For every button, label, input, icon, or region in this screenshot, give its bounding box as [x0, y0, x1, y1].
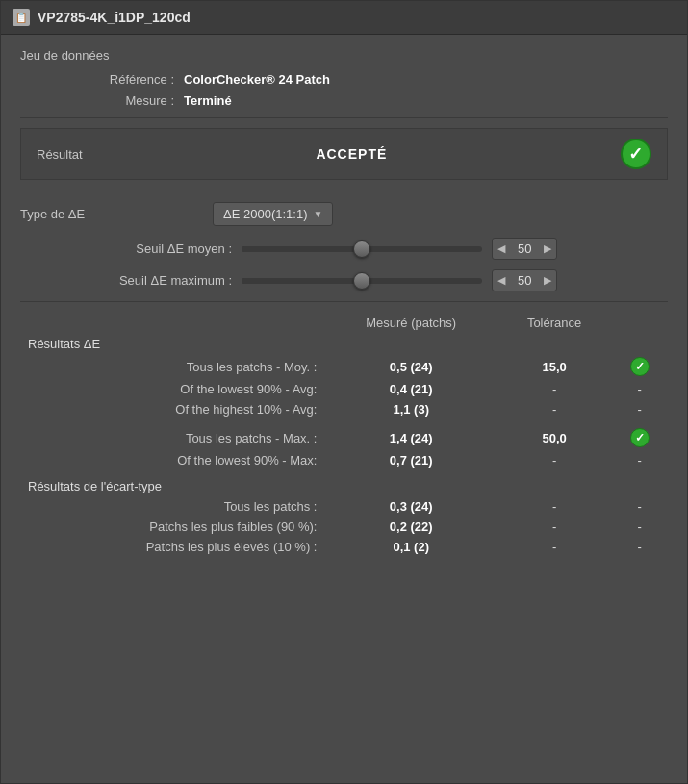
mean-slider-fill	[242, 246, 362, 252]
table-row: Of the lowest 90% - Avg: 0,4 (21) - -	[20, 379, 668, 399]
results-table: Mesuré (patchs) Tolérance Résultats ΔE T…	[20, 312, 668, 557]
row-status: -	[611, 517, 668, 537]
mean-slider-row: Seuil ΔE moyen : ◀ 50 ▶	[20, 238, 668, 260]
row-label: Patchs les plus faibles (90 %):	[20, 517, 324, 537]
max-slider-track[interactable]	[242, 278, 482, 284]
row-tolerance: 15,0	[497, 354, 611, 379]
row-label: Patchs les plus élevés (10 %) :	[20, 537, 324, 557]
row-status: -	[611, 537, 668, 557]
row-label: Tous les patchs - Max. :	[20, 425, 324, 450]
result-value: ACCEPTÉ	[316, 146, 387, 162]
subsection1-header-row: Résultats ΔE	[20, 334, 668, 354]
max-slider-thumb[interactable]	[353, 272, 370, 290]
max-slider-number: 50	[510, 270, 539, 291]
row-label: Of the highest 10% - Avg:	[20, 399, 324, 419]
max-slider-label: Seuil ΔE maximum :	[20, 273, 232, 288]
small-check-icon: ✓	[630, 357, 650, 376]
mean-slider-value-box: ◀ 50 ▶	[492, 238, 557, 260]
max-slider-value-box: ◀ 50 ▶	[492, 269, 557, 291]
delta-type-section: Type de ΔE ΔE 2000(1:1:1) ▼	[20, 202, 668, 226]
window-icon: 📋	[13, 9, 30, 26]
delta-type-value: ΔE 2000(1:1:1)	[223, 207, 307, 221]
subsection2-label: Résultats de l'écart-type	[20, 476, 668, 496]
main-window: 📋 VP2785-4K_i1DP_120cd Jeu de données Ré…	[0, 0, 688, 784]
slider-section: Seuil ΔE moyen : ◀ 50 ▶ Seuil ΔE maximum…	[20, 238, 668, 291]
mean-slider-decrease[interactable]: ◀	[493, 240, 510, 258]
subsection2-header-row: Résultats de l'écart-type	[20, 476, 668, 496]
row-measured: 0,3 (24)	[324, 496, 497, 517]
row-status: -	[611, 379, 668, 399]
reference-label: Référence :	[59, 72, 174, 87]
max-slider-decrease[interactable]: ◀	[493, 271, 510, 290]
row-status: -	[611, 399, 668, 419]
result-label: Résultat	[37, 147, 83, 162]
row-measured: 0,5 (24)	[324, 354, 497, 379]
row-label: Of the lowest 90% - Max:	[20, 450, 324, 470]
table-header-row: Mesuré (patchs) Tolérance	[20, 312, 668, 334]
delta-type-dropdown[interactable]: ΔE 2000(1:1:1) ▼	[213, 202, 333, 226]
table-row: Tous les patchs - Moy. : 0,5 (24) 15,0 ✓	[20, 354, 668, 379]
small-check-icon-2: ✓	[630, 428, 650, 447]
row-tolerance: -	[497, 496, 611, 517]
row-tolerance: -	[497, 517, 611, 537]
row-status: -	[611, 496, 668, 517]
dropdown-arrow-icon: ▼	[313, 209, 322, 219]
row-label: Tous les patchs :	[20, 496, 324, 517]
mean-slider-track[interactable]	[242, 246, 482, 252]
mean-slider-label: Seuil ΔE moyen :	[20, 241, 232, 256]
row-label: Tous les patchs - Moy. :	[20, 354, 324, 379]
col-measured-header: Mesuré (patchs)	[324, 312, 497, 334]
row-tolerance: 50,0	[497, 425, 611, 450]
mean-slider-number: 50	[510, 239, 539, 259]
title-bar: 📋 VP2785-4K_i1DP_120cd	[1, 1, 687, 35]
divider-3	[20, 301, 668, 302]
table-row: Tous les patchs : 0,3 (24) - -	[20, 496, 668, 517]
row-measured: 1,4 (24)	[324, 425, 497, 450]
row-tolerance: -	[497, 537, 611, 557]
col-tolerance-header: Tolérance	[497, 312, 611, 334]
mean-slider-increase[interactable]: ▶	[539, 240, 556, 258]
max-slider-increase[interactable]: ▶	[539, 271, 556, 290]
subsection1-label: Résultats ΔE	[20, 334, 668, 354]
divider-2	[20, 190, 668, 190]
row-tolerance: -	[497, 450, 611, 470]
measure-value: Terminé	[184, 93, 232, 108]
col-label-header	[20, 312, 324, 334]
measure-label: Mesure :	[59, 93, 174, 108]
row-measured: 1,1 (3)	[324, 399, 497, 419]
result-section: Résultat ACCEPTÉ ✓	[20, 128, 668, 180]
row-measured: 0,1 (2)	[324, 537, 497, 557]
row-measured: 0,7 (21)	[324, 450, 497, 470]
table-row: Patchs les plus élevés (10 %) : 0,1 (2) …	[20, 537, 668, 557]
row-tolerance: -	[497, 379, 611, 399]
reference-row: Référence : ColorChecker® 24 Patch	[20, 72, 668, 87]
row-measured: 0,2 (22)	[324, 517, 497, 537]
reference-value: ColorChecker® 24 Patch	[184, 72, 330, 87]
row-label: Of the lowest 90% - Avg:	[20, 379, 324, 399]
table-row: Patchs les plus faibles (90 %): 0,2 (22)…	[20, 517, 668, 537]
window-title: VP2785-4K_i1DP_120cd	[38, 10, 191, 25]
row-tolerance: -	[497, 399, 611, 419]
mean-slider-thumb[interactable]	[353, 240, 370, 258]
table-row: Of the lowest 90% - Max: 0,7 (21) - -	[20, 450, 668, 470]
main-content: Jeu de données Référence : ColorChecker®…	[1, 35, 687, 570]
row-status: -	[611, 450, 668, 470]
divider-1	[20, 117, 668, 118]
measure-row: Mesure : Terminé	[20, 93, 668, 108]
max-slider-fill	[242, 278, 362, 284]
max-slider-row: Seuil ΔE maximum : ◀ 50 ▶	[20, 269, 668, 291]
col-status-header	[611, 312, 668, 334]
delta-type-label: Type de ΔE	[20, 207, 213, 221]
table-row: Of the highest 10% - Avg: 1,1 (3) - -	[20, 399, 668, 419]
row-status: ✓	[611, 354, 668, 379]
row-measured: 0,4 (21)	[324, 379, 497, 399]
table-row: Tous les patchs - Max. : 1,4 (24) 50,0 ✓	[20, 425, 668, 450]
accepted-check-icon: ✓	[621, 139, 651, 169]
row-status: ✓	[611, 425, 668, 450]
dataset-section-label: Jeu de données	[20, 48, 668, 63]
